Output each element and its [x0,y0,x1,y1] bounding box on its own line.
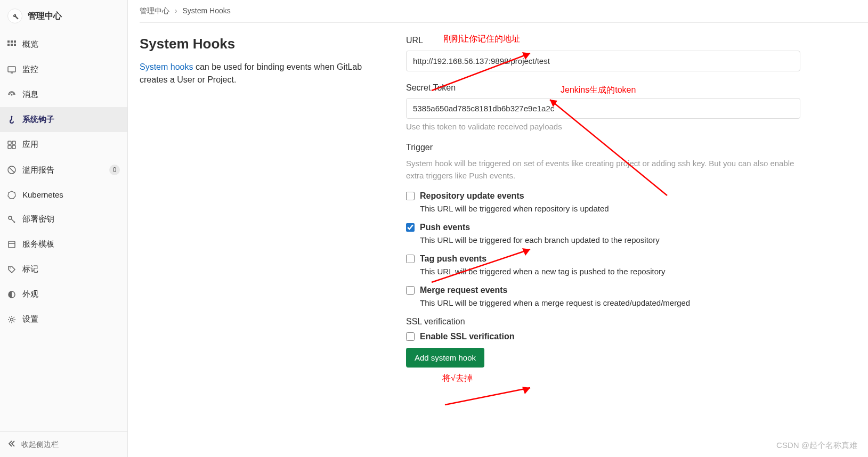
checkbox-push-events-input[interactable] [406,223,415,232]
svg-line-26 [445,388,530,405]
trigger-description: System hook will be triggered on set of … [406,158,811,182]
collapse-icon [7,439,16,450]
watermark: CSDN @起个名称真难 [776,440,857,451]
sidebar-item-label: 服务模板 [22,239,54,249]
divider [140,22,868,23]
collapse-sidebar-button[interactable]: 收起侧边栏 [0,431,127,457]
checkbox-ssl-verification-input[interactable] [406,332,415,341]
sidebar-item-label: 部署密钥 [22,214,54,224]
chevron-right-icon: › [175,6,177,15]
collapse-label: 收起侧边栏 [21,440,59,450]
sidebar-item-monitor[interactable]: 监控 [0,57,127,82]
checkbox-desc: This URL will be triggered for each bran… [420,235,868,244]
gear-icon [7,315,16,324]
sidebar-item-system-hooks[interactable]: 系统钩子 [0,107,127,132]
svg-rect-0 [7,40,10,43]
page-description: System hooks can be used for binding eve… [140,61,390,86]
svg-rect-16 [9,241,15,248]
svg-point-17 [10,267,11,268]
main-content: 管理中心 › System Hooks System Hooks System … [128,0,868,457]
sidebar-item-settings[interactable]: 设置 [0,307,127,332]
svg-point-19 [11,318,13,321]
sidebar-item-label: 滥用报告 [22,165,54,175]
svg-rect-5 [14,44,16,46]
broadcast-icon [7,91,16,99]
secret-token-help: Use this token to validate received payl… [406,122,868,131]
report-icon [7,166,16,174]
sidebar-item-deploy-keys[interactable]: 部署密钥 [0,207,127,232]
trigger-label: Trigger [406,143,868,152]
sidebar-item-applications[interactable]: 应用 [0,132,127,157]
svg-rect-6 [8,67,15,72]
checkbox-merge-request-input[interactable] [406,286,415,295]
checkbox-label: Push events [420,223,470,232]
checkbox-tag-push-input[interactable] [406,255,415,263]
checkbox-desc: This URL will be triggered when a merge … [420,298,868,307]
checkbox-merge-request: Merge request events This URL will be tr… [406,285,868,307]
secret-token-input[interactable] [406,98,800,119]
sidebar-item-appearance[interactable]: 外观 [0,282,127,307]
apps-icon [7,141,16,149]
checkbox-repository-update: Repository update events This URL will b… [406,191,868,213]
checkbox-tag-push: Tag push events This URL will be trigger… [406,254,868,276]
annotation-arrow-ssl [440,383,536,410]
sidebar-item-messages[interactable]: 消息 [0,82,127,107]
svg-rect-9 [8,141,11,144]
sidebar: 管理中心 概览 监控 消息 系统钩子 应用 滥用报告0 Kubernetes 部… [0,0,128,457]
svg-point-7 [11,94,13,95]
url-label: URL [406,36,868,45]
checkbox-label: Merge request events [420,285,508,295]
sidebar-header: 管理中心 [0,0,127,32]
sidebar-title: 管理中心 [28,11,62,22]
ssl-label: SSL verification [406,317,868,327]
svg-marker-14 [8,191,15,199]
checkbox-label: Repository update events [420,191,524,201]
breadcrumb: 管理中心 › System Hooks [140,6,868,22]
sidebar-item-label: 应用 [22,140,38,150]
kubernetes-icon [7,191,16,199]
form-column: URL Secret Token Use this token to valid… [406,36,868,368]
sidebar-item-label: 设置 [22,314,38,324]
svg-rect-12 [12,145,15,149]
monitor-icon [7,66,16,74]
secret-token-label: Secret Token [406,83,868,93]
checkbox-ssl-verification: Enable SSL verification [406,332,868,341]
sidebar-item-overview[interactable]: 概览 [0,32,127,57]
nav-list: 概览 监控 消息 系统钩子 应用 滥用报告0 Kubernetes 部署密钥 服… [0,32,127,332]
appearance-icon [7,290,16,299]
sidebar-item-label: 消息 [22,89,38,100]
sidebar-item-label: 标记 [22,264,38,274]
key-icon [7,215,16,224]
svg-point-8 [11,116,13,117]
svg-rect-2 [14,40,16,43]
checkbox-label: Tag push events [420,254,486,264]
checkbox-desc: This URL will be triggered when a new ta… [420,267,868,276]
sidebar-item-service-templates[interactable]: 服务模板 [0,232,127,257]
sidebar-item-label: 概览 [22,39,38,50]
badge: 0 [109,165,120,175]
svg-rect-10 [12,141,15,144]
breadcrumb-root[interactable]: 管理中心 [140,6,169,15]
checkbox-push-events: Push events This URL will be triggered f… [406,223,868,244]
description-column: System Hooks System hooks can be used fo… [140,36,390,368]
sidebar-item-label: 监控 [22,64,38,75]
sidebar-item-kubernetes[interactable]: Kubernetes [0,183,127,207]
checkbox-label: Enable SSL verification [420,332,515,341]
dashboard-icon [7,40,16,49]
sidebar-item-abuse-reports[interactable]: 滥用报告0 [0,157,127,183]
tag-icon [7,265,16,274]
sidebar-item-label: 系统钩子 [22,115,54,125]
checkbox-desc: This URL will be triggered when reposito… [420,204,868,213]
hook-icon [7,116,16,124]
sidebar-item-labels[interactable]: 标记 [0,257,127,282]
svg-rect-1 [11,40,13,43]
system-hooks-link[interactable]: System hooks [140,62,193,71]
svg-rect-3 [7,44,10,46]
checkbox-repository-update-input[interactable] [406,192,415,200]
template-icon [7,240,16,249]
url-input[interactable] [406,51,800,71]
sidebar-item-label: 外观 [22,289,38,299]
add-system-hook-button[interactable]: Add system hook [406,348,484,368]
breadcrumb-current: System Hooks [182,6,230,15]
svg-rect-11 [8,145,11,149]
